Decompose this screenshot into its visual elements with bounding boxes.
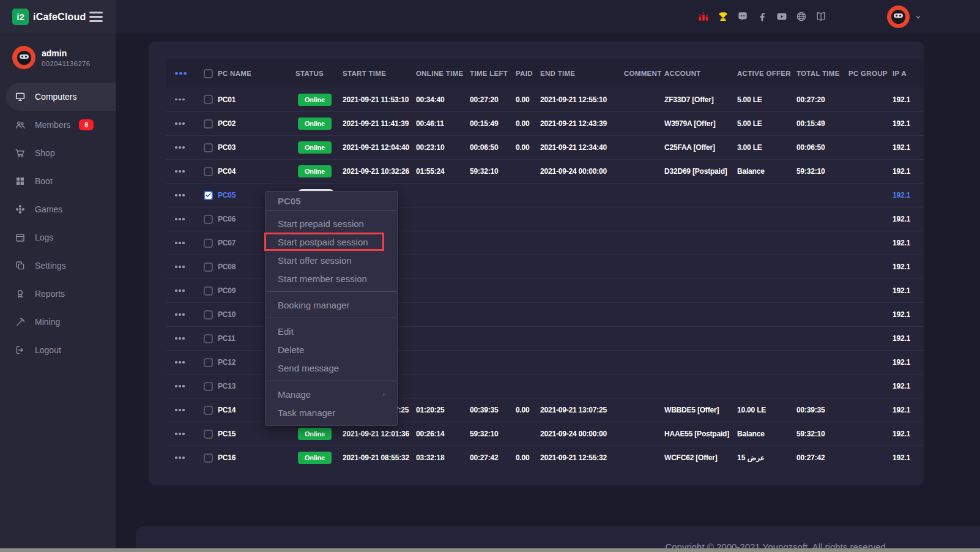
- sidebar-item-label: Reports: [35, 289, 65, 299]
- row-checkbox[interactable]: [204, 215, 213, 224]
- globe-icon[interactable]: [795, 10, 807, 23]
- trophy-icon[interactable]: [717, 10, 729, 23]
- more-actions-icon[interactable]: [175, 361, 185, 364]
- row-checkbox[interactable]: [204, 286, 213, 296]
- more-actions-icon[interactable]: [175, 242, 185, 244]
- row-checkbox[interactable]: [204, 406, 213, 415]
- sidebar-item-logs[interactable]: Logs: [0, 223, 116, 252]
- row-checkbox-cell: [199, 191, 218, 200]
- row-actions-cell: [166, 289, 199, 292]
- menu-item-send-message[interactable]: Send message: [265, 359, 397, 377]
- sidebar-item-members[interactable]: Members8: [0, 111, 116, 139]
- row-checkbox[interactable]: [204, 430, 213, 439]
- sidebar-item-boot[interactable]: Boot: [0, 167, 116, 195]
- sidebar-toggle-button[interactable]: [89, 12, 103, 22]
- row-checkbox[interactable]: [204, 239, 213, 248]
- menu-item-label: Booking manager: [278, 300, 350, 310]
- row-actions-cell: [166, 385, 199, 387]
- select-all-checkbox[interactable]: [204, 69, 213, 78]
- row-actions-cell: [166, 266, 199, 268]
- more-actions-icon[interactable]: [175, 457, 185, 459]
- guide-icon[interactable]: [815, 10, 827, 23]
- menu-item-task-manager[interactable]: Task manager: [265, 403, 397, 422]
- horizontal-scrollbar[interactable]: [0, 548, 980, 552]
- more-actions-icon[interactable]: [175, 266, 185, 268]
- row-checkbox[interactable]: [204, 453, 213, 463]
- pc-name[interactable]: PC02: [218, 119, 295, 128]
- facebook-icon[interactable]: [756, 10, 768, 23]
- menu-item-label: Delete: [278, 345, 304, 355]
- row-checkbox[interactable]: [204, 310, 213, 319]
- table-row: PC16Online2021-09-21 08:55:3203:32:1800:…: [166, 446, 924, 469]
- user-menu-button[interactable]: [887, 6, 922, 28]
- column-header-time_left: TIME LEFT: [470, 70, 516, 77]
- pc-name[interactable]: PC01: [218, 95, 295, 104]
- more-actions-icon[interactable]: [175, 170, 185, 173]
- more-actions-icon[interactable]: [175, 433, 185, 435]
- sidebar-item-shop[interactable]: Shop: [0, 139, 116, 167]
- layers-icon: [15, 260, 26, 271]
- ip-address-cell: 192.1: [893, 334, 924, 343]
- row-checkbox[interactable]: [204, 119, 213, 129]
- discord-icon[interactable]: [737, 10, 749, 23]
- sidebar-item-computers[interactable]: Computers: [6, 83, 116, 111]
- table-row: PC03Online2021-09-21 12:04:4000:23:1000:…: [166, 135, 924, 159]
- sidebar-item-mining[interactable]: Mining: [0, 308, 116, 336]
- menu-item-start-offer-session[interactable]: Start offer session: [265, 251, 397, 269]
- menu-item-delete[interactable]: Delete: [265, 340, 397, 359]
- more-actions-icon[interactable]: [175, 122, 185, 125]
- more-actions-icon[interactable]: [175, 194, 185, 196]
- cart-icon: [15, 147, 26, 159]
- menu-item-start-member-session[interactable]: Start member session: [265, 269, 397, 288]
- row-checkbox[interactable]: [204, 143, 213, 152]
- start-time-cell: 2021-09-21 12:01:36: [343, 430, 416, 438]
- end-time-cell: 2021-09-24 00:00:00: [540, 430, 624, 438]
- more-actions-icon[interactable]: [175, 385, 185, 387]
- active-offer-cell: 5.00 LE: [737, 95, 796, 104]
- sidebar-item-settings[interactable]: Settings: [0, 252, 116, 280]
- pc-name[interactable]: PC16: [218, 453, 295, 462]
- menu-item-label: Start offer session: [278, 255, 352, 266]
- paid-cell: 0.00: [516, 453, 540, 462]
- more-actions-icon[interactable]: [175, 313, 185, 316]
- menu-item-start-prepaid-session[interactable]: Start prepaid session: [265, 214, 397, 233]
- row-checkbox[interactable]: [204, 334, 213, 343]
- more-actions-icon[interactable]: [175, 289, 185, 292]
- active-offer-cell: 5.00 LE: [737, 119, 796, 128]
- online-time-cell: 00:23:10: [416, 143, 470, 152]
- menu-item-booking-manager[interactable]: Booking manager: [265, 296, 397, 314]
- end-time-cell: 2021-09-21 12:55:10: [540, 95, 624, 104]
- sidebar-item-logout[interactable]: Logout: [0, 336, 116, 364]
- column-header-pc_group: PC GROUP: [848, 70, 893, 77]
- more-actions-icon[interactable]: [175, 337, 185, 340]
- sidebar-item-reports[interactable]: Reports: [0, 280, 116, 308]
- menu-item-edit[interactable]: Edit: [265, 322, 397, 340]
- pc-name[interactable]: PC03: [218, 143, 295, 152]
- menu-item-manage[interactable]: Manage›: [265, 385, 397, 403]
- pc-name[interactable]: PC04: [218, 167, 295, 176]
- ranking-icon[interactable]: [697, 10, 710, 23]
- row-checkbox[interactable]: [204, 167, 213, 176]
- ip-address-cell: 192.1: [893, 119, 924, 128]
- youtube-icon[interactable]: [776, 10, 788, 23]
- row-checkbox[interactable]: [204, 191, 213, 200]
- more-actions-icon[interactable]: [175, 409, 185, 411]
- menu-group: Start prepaid sessionStart postpaid sess…: [265, 211, 397, 291]
- start-time-cell: 2021-09-21 11:53:10: [343, 95, 416, 104]
- more-actions-icon[interactable]: [175, 99, 185, 101]
- online-time-cell: 00:26:14: [416, 430, 470, 438]
- online-time-cell: 01:20:25: [416, 406, 470, 414]
- pc-name[interactable]: PC15: [218, 430, 295, 438]
- more-actions-icon[interactable]: [175, 146, 185, 149]
- row-checkbox-cell: [199, 119, 218, 129]
- more-actions-icon[interactable]: [175, 72, 187, 75]
- row-checkbox[interactable]: [204, 382, 213, 391]
- sidebar-item-games[interactable]: Games: [0, 195, 116, 223]
- row-checkbox[interactable]: [204, 95, 213, 104]
- header-actions-cell: [166, 72, 199, 75]
- menu-item-start-postpaid-session[interactable]: Start postpaid session: [265, 233, 397, 251]
- row-checkbox[interactable]: [204, 263, 213, 272]
- table-row: PC04Online2021-09-21 10:32:2601:55:2459:…: [166, 159, 924, 183]
- row-checkbox[interactable]: [204, 358, 213, 367]
- more-actions-icon[interactable]: [175, 218, 185, 220]
